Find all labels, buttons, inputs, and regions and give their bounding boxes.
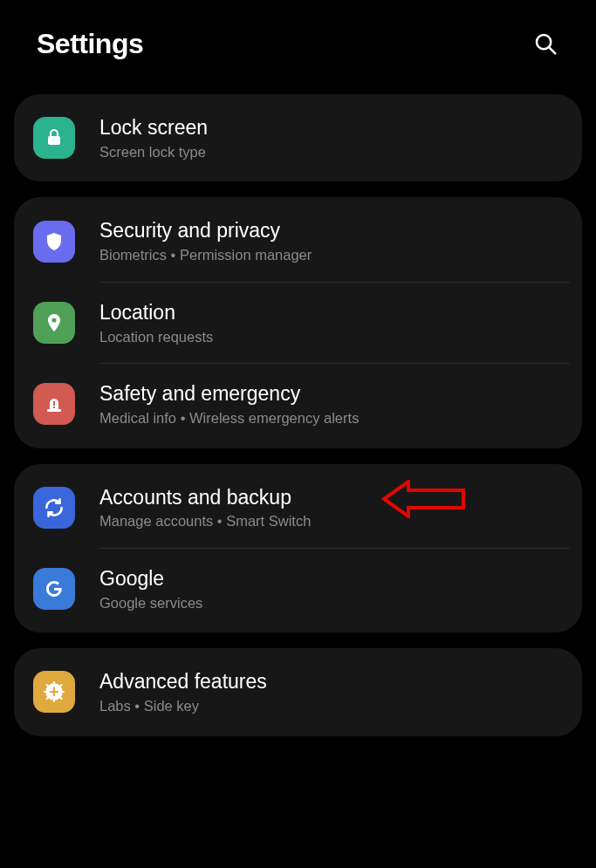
settings-item-subtitle: Medical info • Wireless emergency alerts (99, 409, 563, 427)
settings-item-title: Advanced features (99, 669, 563, 694)
sync-icon (33, 487, 75, 529)
page-title: Settings (37, 28, 143, 60)
siren-icon (33, 383, 75, 425)
svg-rect-4 (47, 409, 61, 412)
settings-item-title: Security and privacy (99, 218, 563, 243)
settings-item-text: Security and privacy Biometrics • Permis… (99, 218, 563, 263)
settings-group: Accounts and backup Manage accounts • Sm… (14, 464, 582, 633)
settings-item-title: Location (99, 300, 563, 325)
svg-rect-12 (44, 691, 46, 693)
header: Settings (0, 0, 596, 79)
settings-item-subtitle: Labs • Side key (99, 697, 563, 715)
settings-item-subtitle: Location requests (99, 328, 563, 346)
svg-rect-10 (53, 682, 55, 685)
svg-rect-13 (62, 691, 65, 693)
search-button[interactable] (526, 24, 565, 63)
settings-group: Security and privacy Biometrics • Permis… (14, 197, 582, 448)
svg-rect-11 (53, 700, 55, 702)
plus-gear-icon (33, 671, 75, 713)
google-icon (33, 568, 75, 610)
settings-item-title: Google (99, 566, 563, 591)
svg-rect-2 (48, 136, 60, 145)
search-icon (532, 31, 558, 57)
settings-item-google[interactable]: Google Google services (14, 549, 582, 629)
settings-item-advanced-features[interactable]: Advanced features Labs • Side key (14, 652, 582, 732)
settings-item-accounts-backup[interactable]: Accounts and backup Manage accounts • Sm… (14, 468, 582, 548)
settings-item-text: Location Location requests (99, 300, 563, 345)
shield-icon (33, 221, 75, 263)
lock-icon (33, 117, 75, 159)
settings-group: Lock screen Screen lock type (14, 94, 582, 181)
svg-rect-9 (50, 691, 59, 693)
settings-item-subtitle: Manage accounts • Smart Switch (99, 512, 563, 530)
settings-item-security-privacy[interactable]: Security and privacy Biometrics • Permis… (14, 201, 582, 281)
pin-icon (33, 302, 75, 344)
settings-item-subtitle: Google services (99, 594, 563, 612)
svg-line-1 (549, 47, 555, 53)
settings-item-lock-screen[interactable]: Lock screen Screen lock type (14, 98, 582, 178)
settings-item-text: Accounts and backup Manage accounts • Sm… (99, 485, 563, 530)
svg-point-3 (51, 318, 56, 322)
settings-item-title: Lock screen (99, 115, 563, 140)
settings-item-safety-emergency[interactable]: Safety and emergency Medical info • Wire… (14, 364, 582, 444)
svg-rect-5 (53, 401, 55, 406)
settings-item-subtitle: Screen lock type (99, 143, 563, 161)
settings-item-text: Lock screen Screen lock type (99, 115, 563, 161)
settings-item-subtitle: Biometrics • Permission manager (99, 246, 563, 264)
settings-item-title: Accounts and backup (99, 485, 563, 510)
settings-item-text: Google Google services (99, 566, 563, 612)
settings-item-location[interactable]: Location Location requests (14, 283, 582, 363)
settings-group: Advanced features Labs • Side key (14, 648, 582, 735)
settings-item-text: Safety and emergency Medical info • Wire… (99, 381, 563, 427)
settings-item-title: Safety and emergency (99, 381, 563, 407)
settings-item-text: Advanced features Labs • Side key (99, 669, 563, 714)
svg-rect-6 (53, 407, 55, 408)
